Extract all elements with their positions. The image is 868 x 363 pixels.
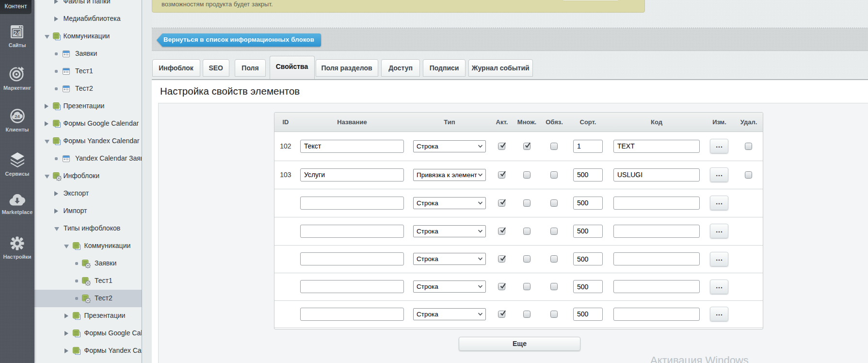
svg-text:24: 24: [13, 30, 20, 37]
svg-text:24: 24: [15, 114, 20, 119]
